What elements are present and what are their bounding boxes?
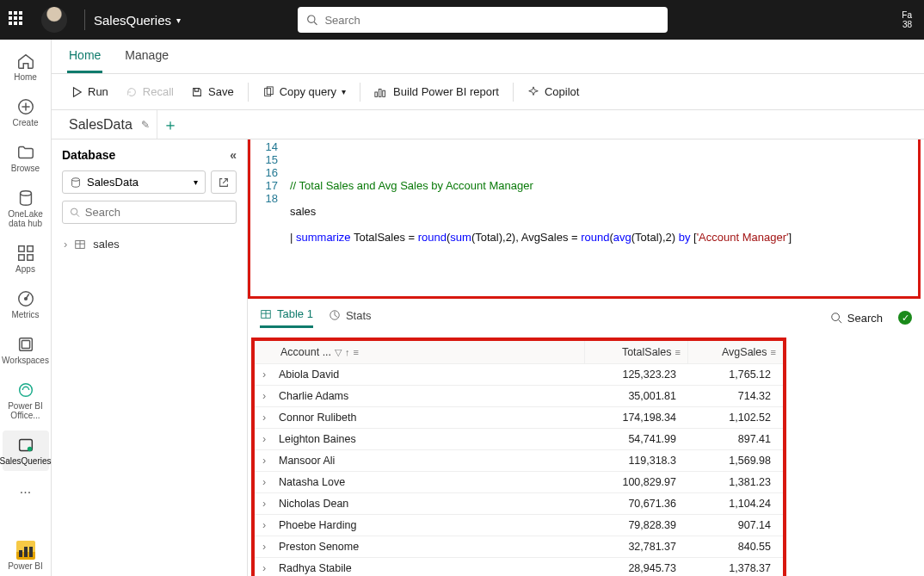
svg-point-0 <box>308 15 315 22</box>
table-row[interactable]: ›Charlie Adams35,001.81714.32 <box>255 386 783 407</box>
rename-tab-icon[interactable]: ✎ <box>141 119 150 131</box>
cell-totalsales: 54,741.99 <box>585 433 688 445</box>
new-tab-button[interactable]: ＋ <box>157 110 183 139</box>
table-row[interactable]: ›Nicholas Dean70,671.361,104.24 <box>255 493 783 515</box>
code-content[interactable]: // Total Sales and Avg Sales by Account … <box>285 139 918 296</box>
copilot-button[interactable]: Copilot <box>521 81 586 102</box>
results-search-button[interactable]: Search <box>827 310 886 326</box>
divider <box>248 83 249 102</box>
table-row[interactable]: ›Mansoor Ali119,318.31,569.98 <box>255 450 783 472</box>
rail-create[interactable]: Create <box>3 92 49 133</box>
rail-home[interactable]: Home <box>3 46 49 87</box>
avatar[interactable] <box>41 7 67 33</box>
cell-account: Mansoor Ali <box>274 455 585 467</box>
cell-totalsales: 174,198.34 <box>585 412 688 424</box>
expand-row-icon[interactable]: › <box>255 498 274 510</box>
expand-row-icon[interactable]: › <box>255 390 274 402</box>
expand-row-icon[interactable]: › <box>255 562 274 574</box>
column-menu-icon[interactable]: ≡ <box>354 347 359 357</box>
rail-metrics[interactable]: Metrics <box>3 284 49 325</box>
rail-apps[interactable]: Apps <box>3 238 49 279</box>
sort-asc-icon[interactable]: ↑ <box>345 347 350 357</box>
table-icon <box>74 238 86 251</box>
tables-tree: › sales <box>52 231 247 257</box>
table-row[interactable]: ›Radhya Stabile28,945.731,378.37 <box>255 558 783 576</box>
table-row[interactable]: ›Connor Rulibeth174,198.341,102.52 <box>255 407 783 429</box>
cell-totalsales: 28,945.73 <box>585 562 688 574</box>
table-row[interactable]: ›Natasha Love100,829.971,381.23 <box>255 472 783 493</box>
tab-manage[interactable]: Manage <box>123 48 170 73</box>
expand-row-icon[interactable]: › <box>255 412 274 424</box>
app-launcher-icon[interactable] <box>9 11 26 28</box>
tab-home[interactable]: Home <box>67 48 102 73</box>
recall-button[interactable]: Recall <box>119 81 181 102</box>
query-tab-salesdata[interactable]: SalesData <box>60 110 141 139</box>
cell-avgsales: 1,102.52 <box>688 412 783 424</box>
copy-icon <box>262 86 274 98</box>
global-search[interactable] <box>298 7 668 33</box>
rail-browse[interactable]: Browse <box>3 138 49 178</box>
recall-icon <box>126 86 138 98</box>
expand-row-icon[interactable]: › <box>255 476 274 488</box>
search-icon <box>306 14 317 26</box>
expand-row-icon[interactable]: › <box>255 433 274 445</box>
user-meta-line2: 38 <box>902 20 912 29</box>
query-tab-strip: SalesData ✎ ＋ <box>52 110 924 139</box>
build-report-button[interactable]: Build Power BI report <box>367 81 506 102</box>
save-icon <box>191 86 203 98</box>
col-header-totalsales[interactable]: TotalSales ≡ <box>585 341 688 363</box>
line-gutter: 14 15 16 17 18 <box>250 139 285 296</box>
tree-item-label: sales <box>93 238 119 251</box>
database-selector[interactable]: SalesData ▾ <box>62 170 206 194</box>
copy-query-button[interactable]: Copy query▾ <box>256 81 353 102</box>
save-button[interactable]: Save <box>184 81 241 102</box>
sparkle-icon <box>527 86 539 98</box>
table-row[interactable]: ›Preston Senome32,781.37840.55 <box>255 536 783 558</box>
rail-workspaces[interactable]: Workspaces <box>3 330 49 370</box>
divider <box>84 9 85 30</box>
col-header-account[interactable]: Account ... ▽ ↑ ≡ <box>274 341 585 363</box>
cell-avgsales: 907.14 <box>688 519 783 531</box>
open-external-button[interactable] <box>211 170 237 194</box>
cell-avgsales: 1,569.98 <box>688 455 783 467</box>
database-selector-label: SalesData <box>87 176 139 189</box>
col-header-avgsales[interactable]: AvgSales ≡ <box>688 341 783 363</box>
rail-powerbi[interactable]: Power BI <box>3 536 49 576</box>
run-button[interactable]: Run <box>64 81 115 102</box>
results-tab-table[interactable]: Table 1 <box>260 307 313 328</box>
column-menu-icon[interactable]: ≡ <box>675 347 681 357</box>
expand-row-icon[interactable]: › <box>255 541 274 553</box>
column-menu-icon[interactable]: ≡ <box>771 347 776 357</box>
table-row[interactable]: ›Leighton Baines54,741.99897.41 <box>255 429 783 450</box>
svg-point-11 <box>24 298 27 300</box>
expand-row-icon[interactable]: › <box>255 369 274 381</box>
filter-icon[interactable]: ▽ <box>335 347 342 358</box>
svg-rect-13 <box>22 340 29 348</box>
workspace-switcher[interactable]: SalesQueries ▾ <box>94 13 181 28</box>
results-tab-stats[interactable]: Stats <box>329 309 372 327</box>
database-search[interactable] <box>62 201 237 224</box>
collapse-panel-icon[interactable]: « <box>230 148 237 162</box>
table-icon <box>260 308 272 320</box>
table-row[interactable]: ›Abiola David125,323.231,765.12 <box>255 364 783 386</box>
cell-totalsales: 79,828.39 <box>585 519 688 531</box>
rail-onelake[interactable]: OneLake data hub <box>3 183 49 233</box>
workspace-name: SalesQueries <box>94 13 171 28</box>
cell-totalsales: 119,318.3 <box>585 455 688 467</box>
svg-line-24 <box>77 214 79 217</box>
code-editor[interactable]: 14 15 16 17 18 // Total Sales and Avg Sa… <box>248 139 921 299</box>
global-search-input[interactable] <box>324 14 659 27</box>
left-nav-rail: Home Create Browse OneLake data hub Apps… <box>0 40 52 576</box>
status-ok-icon: ✓ <box>898 311 912 325</box>
tree-item-sales[interactable]: › sales <box>62 234 237 254</box>
expand-row-icon[interactable]: › <box>255 455 274 467</box>
external-link-icon <box>218 177 230 189</box>
search-icon <box>70 207 80 218</box>
rail-pbi-office[interactable]: Power BI Office... <box>3 375 49 425</box>
rail-more[interactable]: ... <box>3 476 49 502</box>
rail-salesqueries[interactable]: SalesQueries <box>3 430 49 471</box>
database-search-input[interactable] <box>85 206 229 219</box>
table-row[interactable]: ›Phoebe Harding79,828.39907.14 <box>255 515 783 536</box>
user-meta: Fa 38 <box>902 10 915 29</box>
expand-row-icon[interactable]: › <box>255 519 274 531</box>
